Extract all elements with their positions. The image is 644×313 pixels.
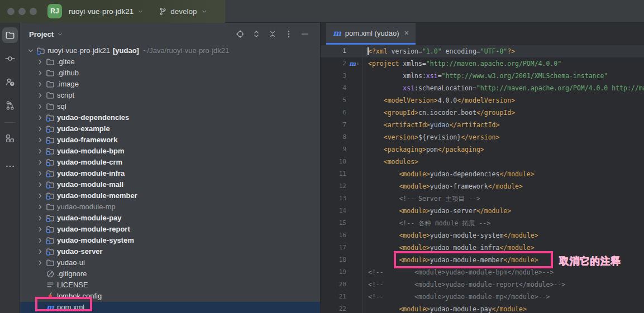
- code-line-7[interactable]: 7 <artifactId>yudao</artifactId>: [321, 119, 644, 131]
- code-line-12[interactable]: 12 <module>yudao-framework</module>: [321, 180, 644, 192]
- code-line-11[interactable]: 11 <module>yudao-dependencies</module>: [321, 168, 644, 180]
- code-line-13[interactable]: 13 <!-- Server 主项目 -->: [321, 192, 644, 205]
- tree-item-gitee[interactable]: .gitee: [20, 56, 320, 68]
- code-line-3[interactable]: 3 xmlns:xsi="http://www.w3.org/2001/XMLS…: [321, 70, 644, 82]
- gutter[interactable]: 14: [321, 205, 363, 217]
- chevron-right-icon[interactable]: [35, 114, 45, 122]
- chevron-right-icon[interactable]: [35, 214, 45, 222]
- chevron-right-icon[interactable]: [35, 237, 45, 244]
- gutter[interactable]: 13: [321, 192, 363, 205]
- hide-icon[interactable]: [300, 29, 310, 39]
- tree-item-gitignore[interactable]: .gitignore: [20, 268, 320, 280]
- more-icon[interactable]: [2, 158, 18, 174]
- gutter[interactable]: 21: [321, 291, 363, 303]
- gutter[interactable]: 9: [321, 143, 363, 156]
- gutter[interactable]: 17: [321, 242, 363, 254]
- chevron-right-icon[interactable]: [35, 147, 45, 155]
- tree-item-yudao-module-infra[interactable]: yudao-module-infra: [20, 168, 320, 179]
- tree-item-yudao-dependencies[interactable]: yudao-dependencies: [20, 112, 320, 123]
- code-line-19[interactable]: 19<!-- <module>yudao-module-bpm</module>…: [321, 266, 644, 278]
- chevron-right-icon[interactable]: [35, 181, 45, 189]
- tree-item-script[interactable]: script: [20, 90, 320, 101]
- tree-item-yudao-example[interactable]: yudao-example: [20, 123, 320, 134]
- chevron-right-icon[interactable]: [35, 248, 45, 256]
- code-line-20[interactable]: 20<!-- <module>yudao-module-report</modu…: [321, 278, 644, 291]
- gutter[interactable]: 4: [321, 82, 363, 94]
- code-line-2[interactable]: 2m↓<project xmlns="http://maven.apache.o…: [321, 57, 644, 70]
- tab-close-icon[interactable]: ×: [404, 28, 409, 37]
- tree-item-yudao-module-bpm[interactable]: yudao-module-bpm: [20, 146, 320, 157]
- project-selector[interactable]: ruoyi-vue-pro-jdk21: [65, 5, 147, 18]
- chevron-right-icon[interactable]: [35, 69, 45, 77]
- tree-item-yudao-module-pay[interactable]: yudao-module-pay: [20, 213, 320, 224]
- gutter[interactable]: 12: [321, 180, 363, 192]
- window-minimize-button[interactable]: [18, 8, 26, 15]
- code-line-1[interactable]: 1<?xml version="1.0" encoding="UTF-8"?>: [321, 45, 644, 57]
- code-line-9[interactable]: 9 <packaging>pom</packaging>: [321, 143, 644, 156]
- gutter[interactable]: 5: [321, 94, 363, 107]
- structure-icon[interactable]: [2, 131, 18, 146]
- tree-item-yudao-module-report[interactable]: yudao-module-report: [20, 224, 320, 235]
- more-vertical-icon[interactable]: [284, 29, 294, 39]
- collaboration-icon[interactable]: ?: [2, 74, 18, 90]
- code-line-8[interactable]: 8 <version>${revision}</version>: [321, 131, 644, 143]
- tree-item-yudao-module-member[interactable]: yudao-module-member: [20, 190, 320, 201]
- expand-all-icon[interactable]: [251, 29, 261, 39]
- gutter[interactable]: 10: [321, 156, 363, 168]
- gutter[interactable]: 18: [321, 254, 363, 266]
- collapse-all-icon[interactable]: [268, 29, 278, 39]
- commit-icon[interactable]: [2, 51, 18, 66]
- chevron-right-icon[interactable]: [35, 58, 45, 66]
- locate-icon[interactable]: [235, 29, 245, 39]
- code-line-17[interactable]: 17 <module>yudao-module-infra</module>: [321, 242, 644, 254]
- code-line-14[interactable]: 14 <module>yudao-server</module>: [321, 205, 644, 217]
- chevron-down-icon[interactable]: [26, 47, 35, 55]
- chevron-right-icon[interactable]: [35, 259, 45, 267]
- chevron-right-icon[interactable]: [35, 103, 45, 110]
- chevron-right-icon[interactable]: [35, 92, 45, 99]
- pull-requests-icon[interactable]: [2, 98, 18, 113]
- tree-item-pom-xml[interactable]: mpom.xml: [20, 302, 320, 313]
- window-close-button[interactable]: [7, 8, 15, 15]
- branch-selector[interactable]: develop: [155, 5, 211, 18]
- chevron-right-icon[interactable]: [35, 136, 45, 144]
- chevron-right-icon[interactable]: [35, 80, 45, 88]
- chevron-right-icon[interactable]: [35, 170, 45, 177]
- tree-item-sql[interactable]: sql: [20, 101, 320, 112]
- tree-item-project-root[interactable]: ruoyi-vue-pro-jdk21[yudao]~/Java/ruoyi-v…: [20, 45, 320, 56]
- gutter[interactable]: 16: [321, 229, 363, 242]
- tree-item-yudao-module-system[interactable]: yudao-module-system: [20, 235, 320, 246]
- tree-item-yudao-ui[interactable]: yudao-ui: [20, 257, 320, 268]
- gutter[interactable]: 8: [321, 131, 363, 143]
- tree-item-license[interactable]: LICENSE: [20, 280, 320, 291]
- code-line-6[interactable]: 6 <groupId>cn.iocoder.boot</groupId>: [321, 107, 644, 119]
- tab-pom-xml[interactable]: m pom.xml (yudao) ×: [326, 23, 416, 45]
- code-line-15[interactable]: 15 <!-- 各种 module 拓展 -->: [321, 217, 644, 229]
- gutter[interactable]: 7: [321, 119, 363, 131]
- gutter[interactable]: 3: [321, 70, 363, 82]
- tree-item-yudao-module-mp[interactable]: yudao-module-mp: [20, 201, 320, 213]
- project-folder-icon[interactable]: [2, 27, 18, 43]
- code-area[interactable]: 1<?xml version="1.0" encoding="UTF-8"?>2…: [321, 45, 644, 313]
- project-panel-title[interactable]: Project: [29, 30, 64, 38]
- gutter[interactable]: 2m↓: [321, 57, 363, 70]
- gutter[interactable]: 1: [321, 45, 363, 57]
- window-maximize-button[interactable]: [30, 8, 37, 15]
- gutter[interactable]: 22: [321, 303, 363, 313]
- code-line-16[interactable]: 16 <module>yudao-module-system</module>: [321, 229, 644, 242]
- tree-item-yudao-module-crm[interactable]: yudao-module-crm: [20, 157, 320, 168]
- code-line-22[interactable]: 22 <module>yudao-module-pay</module>: [321, 303, 644, 313]
- gutter[interactable]: 19: [321, 266, 363, 278]
- maven-refresh-icon[interactable]: m↓: [346, 57, 362, 70]
- tree-item-yudao-framework[interactable]: yudao-framework: [20, 134, 320, 146]
- code-line-18[interactable]: 18 <module>yudao-module-member</module>: [321, 254, 644, 266]
- gutter[interactable]: 20: [321, 278, 363, 291]
- chevron-right-icon[interactable]: [35, 203, 45, 211]
- gutter[interactable]: 6: [321, 107, 363, 119]
- tree-item-lombok-config[interactable]: lombok.config: [20, 291, 320, 302]
- tree-item-yudao-server[interactable]: yudao-server: [20, 246, 320, 257]
- chevron-right-icon[interactable]: [35, 225, 45, 233]
- code-line-21[interactable]: 21<!-- <module>yudao-module-mp</module>-…: [321, 291, 644, 303]
- gutter[interactable]: 15: [321, 217, 363, 229]
- code-line-5[interactable]: 5 <modelVersion>4.0.0</modelVersion>: [321, 94, 644, 107]
